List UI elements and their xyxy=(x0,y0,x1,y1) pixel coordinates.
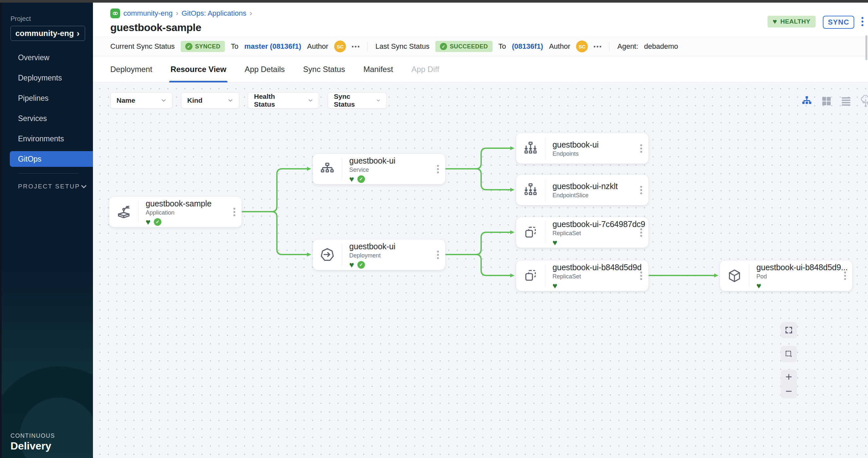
node-endpointslice[interactable]: guestbook-ui-nzklt EndpointSlice xyxy=(516,174,649,205)
filter-health-status-label: Health Status xyxy=(254,93,296,108)
filter-kind-dropdown[interactable]: Kind xyxy=(181,92,239,109)
service-icon xyxy=(313,154,342,184)
sidebar-item-gitops[interactable]: GitOps xyxy=(10,151,93,167)
chevron-down-icon xyxy=(227,97,234,104)
node-menu-kebab[interactable] xyxy=(227,197,242,227)
node-menu-kebab[interactable] xyxy=(634,175,648,205)
node-replicaset-1[interactable]: guestbook-ui-7c64987dc9 ReplicaSet ♥ xyxy=(516,217,649,248)
chevron-down-icon xyxy=(160,97,167,104)
more-options-icon[interactable] xyxy=(594,46,595,47)
synced-check-icon: ✓ xyxy=(358,261,365,269)
chevron-down-icon xyxy=(80,183,87,190)
breadcrumb: community-eng › GitOps: Applications › xyxy=(110,8,252,18)
project-setup-toggle[interactable]: PROJECT SETUP xyxy=(18,183,87,190)
node-kind: Service xyxy=(349,166,431,173)
to-label: To xyxy=(231,42,238,51)
sync-button[interactable]: SYNC xyxy=(823,16,854,29)
application-icon xyxy=(109,197,138,227)
module-brand: CONTINUOUS Delivery xyxy=(10,432,55,452)
scrollbar-thumb[interactable] xyxy=(865,35,867,60)
last-sync-status-label: Last Sync Status xyxy=(375,42,429,51)
tree-view-icon[interactable] xyxy=(801,95,813,107)
project-setup-label: PROJECT SETUP xyxy=(18,183,80,190)
zoom-out-icon[interactable] xyxy=(781,384,797,398)
healthy-heart-icon: ♥ xyxy=(756,282,761,289)
node-application[interactable]: guestbook-sample Application ♥ ✓ xyxy=(109,196,242,227)
tab-app-diff[interactable]: App Diff xyxy=(411,56,439,82)
node-menu-kebab[interactable] xyxy=(838,260,852,291)
main-content: community-eng › GitOps: Applications › g… xyxy=(93,3,868,458)
current-target-revision-link[interactable]: master (08136f1) xyxy=(245,42,302,51)
resource-graph-canvas[interactable]: Name Kind Health Status Sync Status xyxy=(93,83,868,458)
sidebar-item-overview[interactable]: Overview xyxy=(2,47,93,68)
heart-icon: ♥ xyxy=(773,18,777,25)
filter-sync-status-dropdown[interactable]: Sync Status xyxy=(328,92,386,109)
page-title: guestbook-sample xyxy=(110,22,252,34)
page-header: community-eng › GitOps: Applications › g… xyxy=(93,3,868,37)
breadcrumb-project-link[interactable]: community-eng xyxy=(123,9,173,18)
chevron-right-icon: › xyxy=(76,29,80,38)
agent-name: debademo xyxy=(644,42,678,51)
filter-name-dropdown[interactable]: Name xyxy=(110,92,173,109)
tab-resource-view[interactable]: Resource View xyxy=(170,56,226,82)
synced-badge: ✓ SYNCED xyxy=(181,41,225,52)
succeeded-badge: ✓ SUCCEEDED xyxy=(435,41,493,52)
pod-cloud-view-icon[interactable] xyxy=(860,95,868,107)
last-target-revision-link[interactable]: (08136f1) xyxy=(512,42,543,51)
node-menu-kebab[interactable] xyxy=(431,239,445,270)
project-selector[interactable]: community-eng › xyxy=(10,26,85,41)
tab-app-details[interactable]: App Details xyxy=(245,56,285,82)
tab-sync-status[interactable]: Sync Status xyxy=(303,56,345,82)
endpointslice-icon xyxy=(516,175,545,205)
zoom-in-icon[interactable] xyxy=(781,370,797,384)
node-replicaset-2[interactable]: guestbook-ui-b848d5d9d ReplicaSet ♥ xyxy=(516,260,649,291)
sidebar-item-services[interactable]: Services xyxy=(2,108,93,129)
healthy-heart-icon: ♥ xyxy=(349,261,354,268)
tab-manifest[interactable]: Manifest xyxy=(363,56,393,82)
node-deployment[interactable]: guestbook-ui Deployment ♥ ✓ xyxy=(313,239,445,270)
marquee-select-icon[interactable] xyxy=(781,346,797,362)
list-view-icon[interactable] xyxy=(840,95,852,107)
sidebar-nav: Overview Deployments Pipelines Services … xyxy=(2,47,93,167)
author-avatar[interactable]: SC xyxy=(334,40,346,52)
replicaset-icon xyxy=(516,217,545,248)
node-kind: Application xyxy=(146,209,227,216)
grid-view-icon[interactable] xyxy=(820,95,833,107)
tab-deployment[interactable]: Deployment xyxy=(110,56,152,82)
node-menu-kebab[interactable] xyxy=(634,260,648,291)
node-pod[interactable]: guestbook-ui-b848d5d9... Pod ♥ xyxy=(720,260,852,291)
synced-check-icon: ✓ xyxy=(358,175,365,183)
author-avatar[interactable]: SC xyxy=(576,40,588,52)
health-badge-label: HEALTHY xyxy=(780,18,810,25)
sidebar-item-deployments[interactable]: Deployments xyxy=(2,68,93,88)
divider xyxy=(609,41,610,52)
node-title: guestbook-ui-b848d5d9d xyxy=(553,263,634,272)
node-service[interactable]: guestbook-ui Service ♥ ✓ xyxy=(313,154,445,185)
header-kebab-menu-icon[interactable] xyxy=(862,17,863,19)
fullscreen-icon[interactable] xyxy=(781,322,797,338)
sidebar-item-environments[interactable]: Environments xyxy=(2,129,93,149)
node-title: guestbook-ui xyxy=(553,140,634,150)
breadcrumb-section-link[interactable]: GitOps: Applications xyxy=(182,9,246,18)
sidebar-item-pipelines[interactable]: Pipelines xyxy=(2,88,93,108)
healthy-heart-icon: ♥ xyxy=(553,282,557,289)
node-kind: ReplicaSet xyxy=(553,273,634,280)
deployment-icon xyxy=(313,239,342,270)
project-name: community-eng xyxy=(16,29,74,38)
filter-name-label: Name xyxy=(117,97,135,104)
to-label: To xyxy=(498,42,506,51)
node-menu-kebab[interactable] xyxy=(431,154,445,184)
filter-health-status-dropdown[interactable]: Health Status xyxy=(248,92,319,109)
healthy-heart-icon: ♥ xyxy=(349,175,354,183)
node-menu-kebab[interactable] xyxy=(634,217,648,248)
node-title: guestbook-ui xyxy=(349,242,431,251)
current-sync-status-label: Current Sync Status xyxy=(110,42,175,51)
divider xyxy=(367,41,368,52)
node-endpoints[interactable]: guestbook-ui Endpoints xyxy=(516,133,649,164)
more-options-icon[interactable] xyxy=(352,46,353,47)
author-label: Author xyxy=(549,42,570,51)
node-menu-kebab[interactable] xyxy=(634,133,648,164)
brand-delivery-label: Delivery xyxy=(10,440,55,452)
app-root: Project community-eng › Overview Deploym… xyxy=(0,0,868,458)
brand-continuous-label: CONTINUOUS xyxy=(10,432,55,439)
